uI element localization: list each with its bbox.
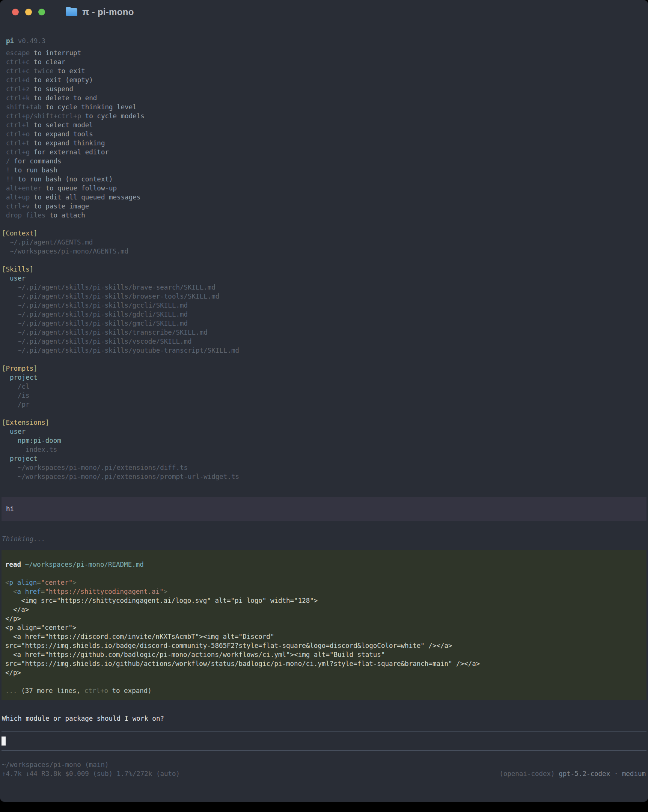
shortcut-line: ctrl+c to clear bbox=[2, 58, 648, 67]
status-provider: (openai-codex) bbox=[499, 770, 559, 777]
section-header-prompts: [Prompts] bbox=[2, 364, 648, 373]
prompts-scope: project bbox=[2, 373, 648, 382]
skill-path: ~/.pi/agent/skills/pi-skills/youtube-tra… bbox=[2, 346, 648, 355]
extension-node: project bbox=[2, 454, 648, 463]
skill-path: ~/.pi/agent/skills/pi-skills/transcribe/… bbox=[2, 328, 648, 337]
app-version-line: pi v0.49.3 bbox=[2, 37, 648, 46]
close-button[interactable] bbox=[12, 9, 19, 15]
shortcut-line: ctrl+k to delete to end bbox=[2, 93, 648, 102]
shortcut-line: ctrl+l to select model bbox=[2, 121, 648, 130]
prompt-item: /cl bbox=[2, 382, 648, 391]
traffic-lights bbox=[0, 9, 45, 15]
skill-path: ~/.pi/agent/skills/pi-skills/browser-too… bbox=[2, 292, 648, 301]
shortcut-line: escape to interrupt bbox=[2, 49, 648, 58]
section-header-context: [Context] bbox=[2, 229, 648, 238]
status-row: ↑4.7k ↓44 R3.8k $0.009 (sub) 1.7%/272k (… bbox=[2, 769, 646, 778]
tool-call-block: read ~/workspaces/pi-mono/README.md <p a… bbox=[2, 550, 646, 700]
extension-node: user bbox=[2, 427, 648, 436]
zoom-button[interactable] bbox=[38, 9, 45, 15]
folder-icon bbox=[66, 8, 77, 16]
code-line: <a href="https://discord.com/invite/nKXT… bbox=[5, 632, 643, 641]
blank-line bbox=[2, 409, 648, 418]
code-line: </a> bbox=[5, 605, 643, 614]
skill-path: ~/.pi/agent/skills/pi-skills/gdcli/SKILL… bbox=[2, 310, 648, 319]
status-model-info: (openai-codex) gpt-5.2-codex · medium bbox=[499, 769, 646, 778]
code-line: <img src="https://shittycodingagent.ai/l… bbox=[5, 596, 643, 605]
blank-line bbox=[2, 355, 648, 364]
prompt-item: /pr bbox=[2, 400, 648, 409]
code-line: </p> bbox=[5, 614, 643, 623]
blank-line bbox=[2, 256, 648, 265]
code-line: <a href="https://github.com/badlogic/pi-… bbox=[5, 650, 643, 659]
shortcut-line: ctrl+t to expand thinking bbox=[2, 139, 648, 148]
skill-path: ~/.pi/agent/skills/pi-skills/gccli/SKILL… bbox=[2, 301, 648, 310]
skill-path: ~/.pi/agent/skills/pi-skills/gmcli/SKILL… bbox=[2, 319, 648, 328]
assistant-question: Which module or package should I work on… bbox=[2, 714, 648, 723]
user-message-text: hi bbox=[6, 504, 646, 513]
shortcut-line: ! to run bash bbox=[2, 166, 648, 175]
shortcut-line: !! to run bash (no context) bbox=[2, 175, 648, 184]
shortcut-line: ctrl+z to suspend bbox=[2, 84, 648, 93]
truncation-notice: ... (37 more lines, ctrl+o to expand) bbox=[5, 686, 643, 695]
text-cursor bbox=[2, 737, 6, 745]
section-header-extensions: [Extensions] bbox=[2, 418, 648, 427]
shortcut-line: shift+tab to cycle thinking level bbox=[2, 102, 648, 111]
shortcut-line: ctrl+v to paste image bbox=[2, 202, 648, 211]
shortcut-line: ctrl+c twice to exit bbox=[2, 67, 648, 75]
code-line: src="https://img.shields.io/github/actio… bbox=[5, 659, 643, 668]
extension-node: index.ts bbox=[2, 445, 648, 454]
code-line: </p> bbox=[5, 668, 643, 677]
section-header-skills: [Skills] bbox=[2, 265, 648, 274]
status-cwd: ~/workspaces/pi-mono (main) bbox=[2, 760, 646, 769]
prompt-item: /is bbox=[2, 391, 648, 400]
app-version: v0.49.3 bbox=[18, 37, 46, 45]
prompt-input[interactable] bbox=[2, 732, 646, 750]
app-name: pi bbox=[6, 37, 14, 45]
skill-path: ~/.pi/agent/skills/pi-skills/vscode/SKIL… bbox=[2, 337, 648, 346]
blank-line bbox=[5, 569, 643, 578]
code-line: src="https://img.shields.io/badge/discor… bbox=[5, 641, 643, 650]
thinking-indicator: Thinking... bbox=[2, 534, 648, 543]
terminal-content: pi v0.49.3 escape to interrupt ctrl+c to… bbox=[0, 24, 648, 778]
code-line: <p align="center"> bbox=[5, 578, 643, 587]
context-path: ~/workspaces/pi-mono/AGENTS.md bbox=[2, 247, 648, 256]
shortcut-line: drop files to attach bbox=[2, 211, 648, 220]
window-titlebar: π - pi-mono bbox=[0, 0, 648, 24]
shortcut-line: ctrl+p/shift+ctrl+p to cycle models bbox=[2, 111, 648, 121]
code-line: <p align="center"> bbox=[5, 623, 643, 632]
extension-node: npm:pi-doom bbox=[2, 436, 648, 445]
skill-path: ~/.pi/agent/skills/pi-skills/brave-searc… bbox=[2, 283, 648, 292]
shortcut-line: alt+up to edit all queued messages bbox=[2, 193, 648, 202]
user-message: hi bbox=[2, 497, 646, 521]
terminal-window: π - pi-mono pi v0.49.3 escape to interru… bbox=[0, 0, 648, 802]
status-bar: ~/workspaces/pi-mono (main) ↑4.7k ↓44 R3… bbox=[2, 760, 648, 778]
tool-arg: ~/workspaces/pi-mono/README.md bbox=[25, 561, 144, 568]
tool-call-header: read ~/workspaces/pi-mono/README.md bbox=[5, 560, 643, 569]
code-line: <a href="https://shittycodingagent.ai"> bbox=[5, 587, 643, 596]
shortcut-line: alt+enter to queue follow-up bbox=[2, 184, 648, 193]
status-model: gpt-5.2-codex · medium bbox=[559, 770, 646, 777]
shortcut-line: / for commands bbox=[2, 157, 648, 166]
extension-node: ~/workspaces/pi-mono/.pi/extensions/prom… bbox=[2, 472, 648, 481]
minimize-button[interactable] bbox=[25, 9, 32, 15]
context-path: ~/.pi/agent/AGENTS.md bbox=[2, 238, 648, 247]
shortcut-line: ctrl+o to expand tools bbox=[2, 130, 648, 139]
blank-line bbox=[5, 677, 643, 686]
window-title: π - pi-mono bbox=[82, 7, 134, 17]
skills-scope: user bbox=[2, 274, 648, 283]
title-group: π - pi-mono bbox=[66, 7, 134, 17]
status-stats: ↑4.7k ↓44 R3.8k $0.009 (sub) 1.7%/272k (… bbox=[2, 769, 180, 778]
shortcut-line: ctrl+g for external editor bbox=[2, 148, 648, 157]
shortcut-list: escape to interrupt ctrl+c to clear ctrl… bbox=[2, 49, 648, 220]
blank-line bbox=[2, 220, 648, 229]
tool-name: read bbox=[5, 561, 21, 568]
extension-node: ~/workspaces/pi-mono/.pi/extensions/diff… bbox=[2, 463, 648, 472]
shortcut-line: ctrl+d to exit (empty) bbox=[2, 75, 648, 84]
